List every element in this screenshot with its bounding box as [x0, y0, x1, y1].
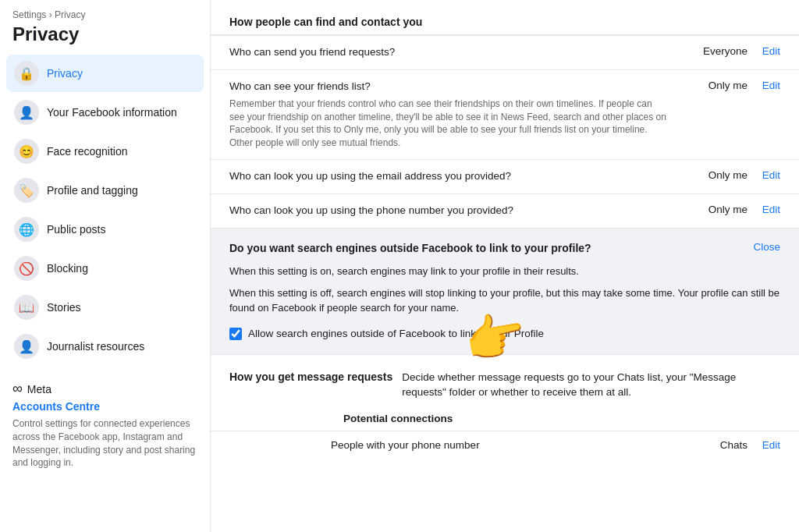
phone-number-message-value: Chats: [677, 439, 748, 451]
sidebar-item-label: Profile and tagging: [47, 184, 138, 197]
profile-tagging-icon: 🏷️: [14, 178, 39, 203]
sidebar-item-label: Face recognition: [47, 145, 128, 158]
sidebar-item-label: Stories: [47, 301, 81, 314]
sidebar-item-journalist[interactable]: 👤 Journalist resources: [6, 328, 204, 365]
friend-requests-value: Everyone: [677, 45, 748, 57]
friend-requests-row: Who can send you friend requests? Everyo…: [211, 35, 799, 69]
message-requests-header: How you get message requests Decide whet…: [211, 354, 799, 406]
search-engine-close[interactable]: Close: [753, 241, 780, 253]
how-find-section: How people can find and contact you Who …: [211, 0, 799, 354]
sidebar-item-public-posts[interactable]: 🌐 Public posts: [6, 211, 204, 248]
sidebar-item-blocking[interactable]: 🚫 Blocking: [6, 250, 204, 287]
message-requests-subsection: Potential connections: [211, 406, 799, 431]
meta-section: ∞ Meta Accounts Centre Control settings …: [6, 381, 204, 470]
public-posts-icon: 🌐: [14, 217, 39, 242]
phone-number-message-row: People with your phone number Chats Edit: [211, 431, 799, 459]
friends-list-value: Only me: [677, 80, 748, 91]
friend-requests-question: Who can send you friend requests?: [229, 45, 668, 60]
face-recognition-icon: 😊: [14, 139, 39, 164]
friend-requests-edit[interactable]: Edit: [757, 45, 780, 57]
meta-logo: ∞ Meta: [12, 381, 197, 397]
search-engine-text2: When this setting is off, search engines…: [229, 286, 780, 316]
friends-list-edit[interactable]: Edit: [757, 80, 780, 91]
how-find-section-label: How people can find and contact you: [229, 16, 422, 28]
main-content: How people can find and contact you Who …: [211, 0, 799, 482]
accounts-centre-link[interactable]: Accounts Centre: [12, 400, 197, 413]
facebook-info-icon: 👤: [14, 100, 39, 125]
page-title: Privacy: [6, 23, 204, 45]
sidebar-item-label: Blocking: [47, 262, 88, 275]
sidebar-item-label: Your Facebook information: [47, 106, 177, 119]
sidebar-item-profile-tagging[interactable]: 🏷️ Profile and tagging: [6, 172, 204, 209]
search-engine-checkbox-label: Allow search engines outside of Facebook…: [248, 327, 544, 342]
email-lookup-edit[interactable]: Edit: [757, 169, 780, 181]
meta-logo-icon: ∞: [12, 381, 23, 397]
email-lookup-question: Who can look you up using the email addr…: [229, 169, 668, 184]
sidebar-item-face-recognition[interactable]: 😊 Face recognition: [6, 133, 204, 170]
email-lookup-row: Who can look you up using the email addr…: [211, 159, 799, 193]
privacy-icon: 🔒: [14, 61, 39, 86]
message-requests-section: How you get message requests Decide whet…: [211, 354, 799, 459]
stories-icon: 📖: [14, 295, 39, 320]
search-engine-text1: When this setting is on, search engines …: [229, 264, 780, 279]
meta-description: Control settings for connected experienc…: [12, 417, 197, 470]
sidebar-item-facebook-info[interactable]: 👤 Your Facebook information: [6, 94, 204, 131]
message-requests-label: How you get message requests: [229, 371, 392, 400]
blocking-icon: 🚫: [14, 256, 39, 281]
message-requests-desc: Decide whether message requests go to yo…: [402, 371, 780, 400]
search-engine-title: Do you want search engines outside Faceb…: [229, 241, 753, 257]
sidebar-item-privacy[interactable]: 🔒 Privacy: [6, 55, 204, 92]
phone-number-message-label: People with your phone number: [229, 439, 668, 451]
search-engine-header: Do you want search engines outside Faceb…: [229, 241, 780, 257]
phone-lookup-value: Only me: [677, 204, 748, 215]
meta-logo-text: Meta: [27, 383, 51, 395]
sidebar-item-label: Privacy: [47, 67, 83, 80]
friends-list-question: Who can see your friends list? Remember …: [229, 80, 668, 150]
friends-list-row: Who can see your friends list? Remember …: [211, 69, 799, 159]
how-find-header: How people can find and contact you: [211, 0, 799, 35]
search-engine-checkbox[interactable]: [229, 328, 242, 340]
sidebar: Settings › Privacy Privacy 🔒 Privacy 👤 Y…: [0, 0, 211, 532]
sidebar-item-label: Journalist resources: [47, 340, 144, 353]
friends-list-subtext: Remember that your friends control who c…: [229, 98, 668, 150]
sidebar-item-stories[interactable]: 📖 Stories: [6, 289, 204, 326]
breadcrumb: Settings › Privacy: [6, 9, 204, 20]
search-engine-block: Do you want search engines outside Faceb…: [211, 228, 799, 354]
sidebar-item-label: Public posts: [47, 223, 105, 236]
phone-lookup-question: Who can look you up using the phone numb…: [229, 204, 668, 218]
phone-lookup-edit[interactable]: Edit: [757, 204, 780, 215]
search-engine-body: When this setting is on, search engines …: [229, 264, 780, 341]
phone-lookup-row: Who can look you up using the phone numb…: [211, 193, 799, 228]
search-engine-checkbox-row: Allow search engines outside of Facebook…: [229, 327, 780, 342]
email-lookup-value: Only me: [677, 169, 748, 181]
journalist-icon: 👤: [14, 334, 39, 359]
phone-number-message-edit[interactable]: Edit: [757, 439, 780, 451]
